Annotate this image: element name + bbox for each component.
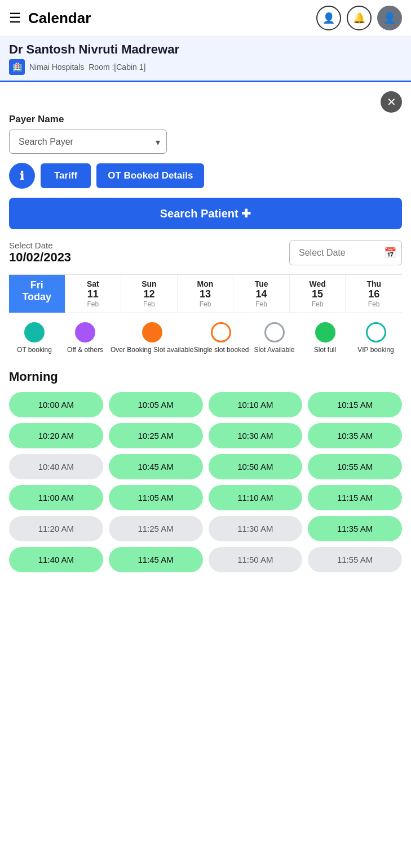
day-number: 13 <box>180 288 231 300</box>
legend-dot-1 <box>75 322 95 342</box>
legend-item-2: Over Booking Slot available <box>111 322 193 354</box>
legend-dot-0 <box>24 322 45 342</box>
header: ☰ Calendar 👤 🔔 👤 <box>0 0 411 37</box>
doctor-avatar: 🏥 <box>9 59 25 75</box>
date-left: Select Date 10/02/2023 <box>9 241 71 265</box>
legend-label-6: VIP booking <box>357 346 394 354</box>
info-button[interactable]: ℹ <box>9 163 35 189</box>
morning-title: Morning <box>9 370 402 384</box>
day-col-5[interactable]: Wed15Feb <box>290 275 346 313</box>
slot-7[interactable]: 10:35 AM <box>308 423 402 448</box>
legend-label-0: OT booking <box>17 346 52 354</box>
slot-19[interactable]: 11:35 AM <box>308 516 402 541</box>
slot-8[interactable]: 10:40 AM <box>9 454 103 479</box>
legend-item-0: OT booking <box>9 322 60 354</box>
legend-item-1: Off & others <box>60 322 111 354</box>
payer-select[interactable]: Search Payer <box>9 130 167 154</box>
slot-15[interactable]: 11:15 AM <box>308 485 402 510</box>
doctor-info: 🏥 Nimai Hospitals Room :[Cabin 1] <box>9 59 402 75</box>
legend-dot-6 <box>366 322 386 342</box>
day-month: Feb <box>180 300 231 308</box>
day-name: Fri <box>11 279 63 291</box>
doctor-bar: Dr Santosh Nivruti Madrewar 🏥 Nimai Hosp… <box>0 37 411 82</box>
day-name: Wed <box>292 279 343 288</box>
day-col-1[interactable]: Sat11Feb <box>65 275 122 313</box>
header-left: ☰ Calendar <box>9 10 91 27</box>
day-number: 11 <box>68 288 119 300</box>
legend-dot-3 <box>211 322 231 342</box>
legend-label-1: Off & others <box>67 346 103 354</box>
day-name: Sat <box>68 279 119 288</box>
legend-label-4: Slot Available <box>254 346 295 354</box>
day-col-6[interactable]: Thu16Feb <box>346 275 402 313</box>
day-name: Tue <box>236 279 287 288</box>
day-month: Feb <box>236 300 287 308</box>
legend-label-5: Slot full <box>314 346 336 354</box>
payer-select-wrapper: Search Payer <box>9 130 167 154</box>
day-selector: FriTodaySat11FebSun12FebMon13FebTue14Feb… <box>9 274 402 313</box>
date-value: 10/02/2023 <box>9 250 71 265</box>
action-row: ℹ Tariff OT Booked Details <box>9 163 402 189</box>
day-col-4[interactable]: Tue14Feb <box>233 275 290 313</box>
legend-label-3: Single slot booked <box>193 346 249 354</box>
date-input-wrapper: 📅 <box>289 241 402 265</box>
date-section: Select Date 10/02/2023 📅 <box>9 241 402 265</box>
slot-9[interactable]: 10:45 AM <box>109 454 203 479</box>
day-number: 12 <box>123 288 175 300</box>
slot-16[interactable]: 11:20 AM <box>9 516 103 541</box>
slot-21[interactable]: 11:45 AM <box>109 547 203 572</box>
slot-1[interactable]: 10:05 AM <box>109 392 203 417</box>
slot-10[interactable]: 10:50 AM <box>209 454 303 479</box>
slot-22[interactable]: 11:50 AM <box>209 547 303 572</box>
slot-5[interactable]: 10:25 AM <box>109 423 203 448</box>
day-month: Feb <box>348 300 400 308</box>
slot-2[interactable]: 10:10 AM <box>209 392 303 417</box>
room-info: Room :[Cabin 1] <box>89 63 145 72</box>
day-col-3[interactable]: Mon13Feb <box>178 275 234 313</box>
main-content: ✕ Payer Name Search Payer ℹ Tariff OT Bo… <box>0 82 411 587</box>
legend: OT bookingOff & othersOver Booking Slot … <box>9 313 402 358</box>
payer-label: Payer Name <box>9 114 402 125</box>
person-icon[interactable]: 👤 <box>316 6 341 30</box>
day-month: Feb <box>292 300 343 308</box>
day-col-2[interactable]: Sun12Feb <box>121 275 178 313</box>
user-avatar[interactable]: 👤 <box>377 6 402 30</box>
slot-6[interactable]: 10:30 AM <box>209 423 303 448</box>
doctor-name: Dr Santosh Nivruti Madrewar <box>9 42 402 57</box>
legend-item-6: VIP booking <box>351 322 401 354</box>
page-title: Calendar <box>28 10 91 27</box>
slot-14[interactable]: 11:10 AM <box>209 485 303 510</box>
slot-0[interactable]: 10:00 AM <box>9 392 103 417</box>
close-button[interactable]: ✕ <box>381 91 402 113</box>
day-number: Today <box>11 291 63 303</box>
day-month: Feb <box>123 300 175 308</box>
slot-4[interactable]: 10:20 AM <box>9 423 103 448</box>
slot-23[interactable]: 11:55 AM <box>308 547 402 572</box>
legend-item-4: Slot Available <box>249 322 300 354</box>
bell-icon[interactable]: 🔔 <box>347 6 372 30</box>
legend-dot-5 <box>315 322 335 342</box>
slot-11[interactable]: 10:55 AM <box>308 454 402 479</box>
date-label: Select Date <box>9 241 71 250</box>
day-name: Sun <box>123 279 175 288</box>
slot-12[interactable]: 11:00 AM <box>9 485 103 510</box>
day-col-0[interactable]: FriToday <box>9 275 65 313</box>
slot-13[interactable]: 11:05 AM <box>109 485 203 510</box>
day-number: 16 <box>348 288 400 300</box>
search-patient-button[interactable]: Search Patient ✚ <box>9 198 402 229</box>
legend-label-2: Over Booking Slot available <box>111 346 193 354</box>
legend-dot-2 <box>142 322 162 342</box>
ot-booked-button[interactable]: OT Booked Details <box>96 163 204 188</box>
tariff-button[interactable]: Tariff <box>41 163 91 188</box>
menu-icon[interactable]: ☰ <box>9 10 21 26</box>
slots-grid: 10:00 AM10:05 AM10:10 AM10:15 AM10:20 AM… <box>9 392 402 572</box>
date-input[interactable] <box>289 241 402 265</box>
day-name: Mon <box>180 279 231 288</box>
hospital-name: Nimai Hospitals <box>29 63 84 72</box>
slot-18[interactable]: 11:30 AM <box>209 516 303 541</box>
header-icons: 👤 🔔 👤 <box>316 6 402 30</box>
legend-item-3: Single slot booked <box>193 322 249 354</box>
slot-3[interactable]: 10:15 AM <box>308 392 402 417</box>
slot-20[interactable]: 11:40 AM <box>9 547 103 572</box>
slot-17[interactable]: 11:25 AM <box>109 516 203 541</box>
